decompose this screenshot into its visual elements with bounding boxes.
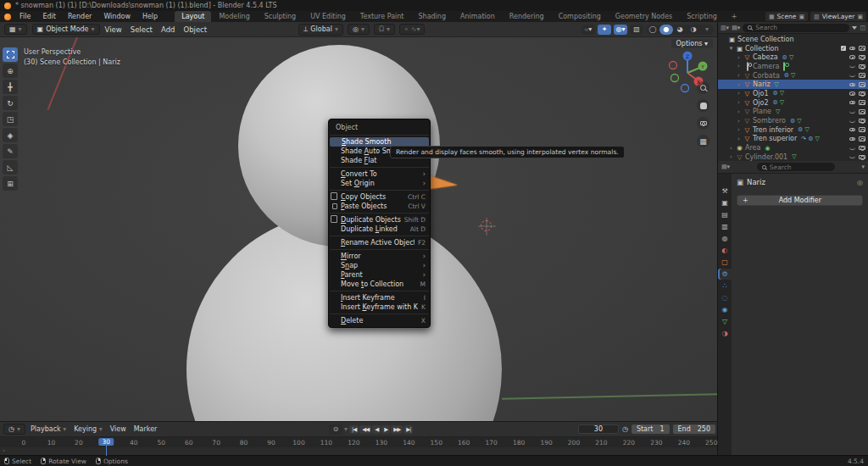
outliner-row-nariz[interactable]: ›▽Nariz▽: [718, 80, 868, 89]
end-frame-field[interactable]: End250: [673, 424, 715, 434]
expand-arrow-icon[interactable]: ›: [736, 63, 742, 69]
properties-editor-type-icon[interactable]: ▤▾: [721, 164, 730, 170]
viewport-menu-view[interactable]: View: [105, 25, 122, 34]
shading-solid-button[interactable]: ●: [659, 25, 673, 35]
properties-tab-scene[interactable]: ◍: [718, 233, 732, 244]
workspace-tab-texture-paint[interactable]: Texture Paint: [353, 11, 411, 22]
eye-open-icon[interactable]: [849, 83, 855, 87]
jump-to-start-button[interactable]: |◀: [349, 425, 359, 434]
cursor-tool[interactable]: ⊕: [3, 64, 18, 78]
expand-arrow-icon[interactable]: ›: [736, 54, 742, 61]
measure-tool[interactable]: ◺: [3, 160, 18, 175]
3d-viewport[interactable]: ⊕ ╋ ↻ ◳ ◈ ✎ ◺ ⊞ User Perspective (30) Sc…: [0, 37, 717, 421]
context-menu-item-move-to-collection[interactable]: Move to CollectionM: [329, 280, 430, 289]
camera-restriction-icon[interactable]: [859, 46, 865, 51]
options-button[interactable]: Options ▾: [671, 39, 713, 48]
context-menu-item-parent[interactable]: Parent›: [329, 270, 430, 280]
outliner-search-input[interactable]: Search: [743, 24, 849, 32]
context-menu-item-paste-objects[interactable]: Paste ObjectsCtrl V: [329, 202, 430, 211]
workspace-tab-layout[interactable]: Layout: [175, 11, 211, 22]
mode-selector[interactable]: ▣Object Mode▾: [32, 24, 100, 35]
snap-dropdown[interactable]: ▾: [387, 25, 390, 33]
scale-tool[interactable]: ◳: [3, 112, 18, 126]
proportional-editing-toggle[interactable]: ◦∿▾: [399, 24, 425, 35]
viewport-menu-object[interactable]: Object: [183, 25, 207, 34]
ortho-grid-icon[interactable]: ▦: [697, 135, 709, 147]
outliner-row-ojo2[interactable]: ›▽Ojo2⚙▽: [718, 98, 868, 108]
timeline-menu-keying[interactable]: Keying ▾: [74, 425, 102, 433]
orientation-selector[interactable]: ⟂Global▾: [298, 24, 343, 36]
add-cube-tool[interactable]: ⊞: [3, 176, 18, 191]
expand-arrow-icon[interactable]: ›: [728, 153, 734, 160]
timeline-tracks[interactable]: ›: [0, 447, 717, 455]
outliner-editor-type-icon[interactable]: ▥▾: [721, 25, 729, 31]
workspace-tab-uv-editing[interactable]: UV Editing: [303, 11, 353, 22]
pan-hand-icon[interactable]: [697, 99, 709, 112]
timeline-menu-playback[interactable]: Playback ▾: [31, 425, 66, 433]
camera-restriction-icon[interactable]: [859, 127, 865, 132]
camera-restriction-icon[interactable]: [859, 55, 865, 60]
context-menu-item-set-origin[interactable]: Set Origin›: [329, 179, 430, 188]
camera-restriction-icon[interactable]: [859, 136, 865, 141]
next-keyframe-button[interactable]: ▶▶: [391, 425, 403, 434]
auto-key-button[interactable]: ⊙: [329, 424, 342, 435]
jump-to-end-button[interactable]: ▶|: [403, 425, 413, 434]
context-menu-item-copy-objects[interactable]: Copy ObjectsCtrl C: [329, 192, 430, 202]
timeline-menu-view[interactable]: View: [110, 425, 126, 433]
expand-arrow-icon[interactable]: ›: [736, 72, 742, 79]
expand-arrow-icon[interactable]: ›: [736, 136, 742, 142]
transform-tool[interactable]: ◈: [3, 128, 18, 142]
checkbox-icon[interactable]: ✓: [841, 46, 847, 52]
camera-restriction-icon[interactable]: [859, 109, 865, 114]
context-menu-item-convert-to[interactable]: Convert To›: [329, 169, 430, 179]
workspace-tab-animation[interactable]: Animation: [453, 11, 502, 22]
add-workspace-tab[interactable]: +: [725, 11, 744, 22]
properties-tab-physics[interactable]: ◌: [718, 292, 732, 303]
blender-menu-icon[interactable]: [4, 14, 11, 20]
context-menu-item-delete[interactable]: DeleteX: [329, 316, 430, 325]
annotate-tool[interactable]: ✎: [3, 144, 18, 158]
outliner-row-cabeza[interactable]: ›▽Cabeza⚙▽: [718, 53, 868, 62]
outliner-row-camera[interactable]: ›Camera: [718, 62, 868, 71]
properties-tab-constraints[interactable]: ◉: [718, 304, 732, 315]
outliner-row-sombrero[interactable]: ›▽Sombrero⚙▽: [718, 116, 868, 125]
eye-open-icon[interactable]: [849, 137, 855, 141]
play-button[interactable]: ▶: [381, 425, 390, 434]
properties-tab-render[interactable]: ▣: [718, 197, 732, 208]
add-modifier-button[interactable]: + Add Modifier: [737, 195, 863, 206]
camera-restriction-icon[interactable]: [859, 73, 865, 78]
eye-closed-icon[interactable]: [849, 110, 855, 114]
current-frame-badge[interactable]: 30: [99, 438, 114, 446]
outliner-row-cylinder-001[interactable]: ›▽Cylinder.001▽: [718, 153, 868, 161]
camera-restriction-icon[interactable]: [859, 119, 865, 124]
workspace-tab-scripting[interactable]: Scripting: [680, 11, 724, 22]
previous-keyframe-button[interactable]: ◀◀: [359, 425, 371, 434]
outliner-row-collection[interactable]: ▾▣Collection✓: [718, 44, 868, 53]
properties-search-input[interactable]: Search: [757, 163, 835, 171]
workspace-tab-rendering[interactable]: Rendering: [503, 11, 551, 22]
eye-open-icon[interactable]: [849, 55, 855, 59]
expand-arrow-icon[interactable]: ›: [736, 118, 742, 125]
current-frame-field[interactable]: 30: [578, 424, 619, 434]
menu-file[interactable]: File: [14, 13, 36, 20]
menu-edit[interactable]: Edit: [37, 13, 61, 20]
camera-restriction-icon[interactable]: [859, 82, 865, 87]
eye-closed-icon[interactable]: [849, 155, 855, 158]
expand-arrow-icon[interactable]: ›: [728, 145, 734, 152]
expand-arrow-icon[interactable]: ›: [736, 99, 742, 106]
camera-restriction-icon[interactable]: [859, 64, 865, 69]
context-menu-item-snap[interactable]: Snap›: [329, 261, 430, 270]
camera-restriction-icon[interactable]: [859, 155, 865, 160]
shading-material-button[interactable]: ◕: [673, 25, 687, 35]
outliner-options-icon[interactable]: ◫: [860, 25, 865, 31]
camera-restriction-icon[interactable]: [859, 146, 865, 151]
eye-open-icon[interactable]: [849, 128, 855, 132]
outliner-row-ojo1[interactable]: ›▽Ojo1⚙▽: [718, 89, 868, 98]
eye-closed-icon[interactable]: [849, 74, 855, 77]
view-layer-selector[interactable]: ▥ ViewLayer ▣: [810, 12, 866, 21]
properties-tab-world[interactable]: ◐: [718, 245, 732, 256]
visibility-dropdown[interactable]: ⌔▾: [581, 25, 595, 35]
viewport-menu-add[interactable]: Add: [161, 25, 175, 34]
outliner-row-corbata[interactable]: ›▽Corbata⚙▽: [718, 71, 868, 80]
timeline-editor-type-button[interactable]: ◷▾: [3, 424, 25, 435]
